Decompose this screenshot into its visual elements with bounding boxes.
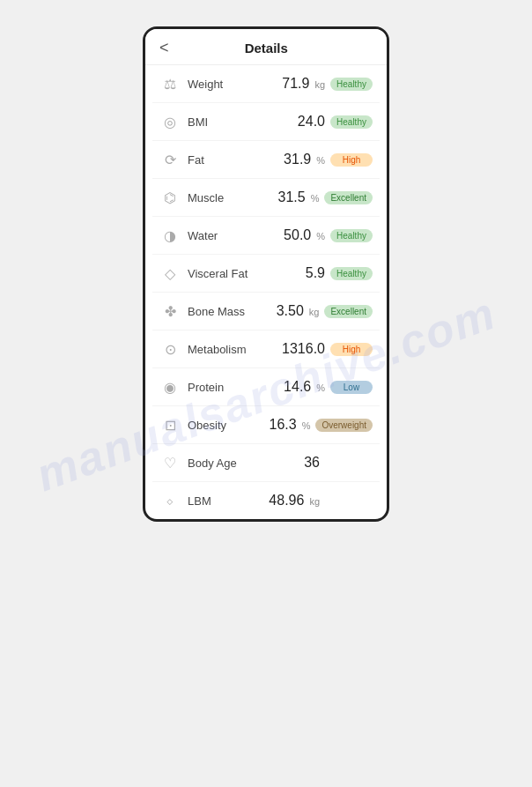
- metric-value-bmi: 24.0: [298, 114, 325, 130]
- page-title: Details: [176, 41, 357, 56]
- metric-badge-protein: Low: [330, 381, 373, 394]
- metric-name-bone-mass: Bone Mass: [188, 305, 277, 318]
- metric-value-row-visceral-fat: 5.9: [306, 265, 330, 281]
- metric-value-row-bmi: 24.0: [298, 114, 330, 130]
- metric-name-bmi: BMI: [188, 115, 298, 129]
- metric-badge-fat: High: [330, 153, 373, 167]
- page-header: < Details: [145, 29, 387, 65]
- metric-row-metabolism[interactable]: Metabolism1316.0High: [152, 330, 380, 368]
- weight-icon: [159, 73, 181, 94]
- lbm-icon: [159, 490, 181, 511]
- metric-row-water[interactable]: Water50.0%Healthy: [152, 217, 380, 255]
- metric-badge-water: Healthy: [330, 229, 373, 242]
- metric-value-fat: 31.9: [284, 152, 311, 167]
- metrics-list: Weight71.9kgHealthyBMI24.0HealthyFat31.9…: [145, 65, 387, 519]
- metric-value-body-age: 36: [304, 455, 320, 471]
- metric-badge-obesity: Overweight: [315, 419, 373, 432]
- metric-unit-fat: %: [316, 155, 325, 166]
- bmi-icon: [159, 111, 181, 132]
- metric-value-muscle: 31.5: [278, 189, 306, 205]
- bodyage-icon: [159, 452, 181, 473]
- metric-row-body-age[interactable]: Body Age36: [152, 444, 380, 482]
- metric-unit-protein: %: [316, 382, 325, 393]
- metric-name-body-age: Body Age: [188, 457, 304, 470]
- metric-name-protein: Protein: [188, 381, 284, 394]
- metric-unit-weight: kg: [314, 79, 325, 90]
- metric-row-weight[interactable]: Weight71.9kgHealthy: [152, 65, 380, 103]
- metric-value-row-muscle: 31.5%: [278, 189, 325, 205]
- obesity-icon: [159, 414, 181, 435]
- metric-row-bone-mass[interactable]: Bone Mass3.50kgExcellent: [152, 293, 380, 330]
- metric-value-obesity: 16.3: [270, 417, 297, 433]
- metric-name-water: Water: [188, 229, 284, 242]
- metric-value-row-obesity: 16.3%: [270, 417, 316, 433]
- metric-unit-obesity: %: [302, 420, 311, 431]
- metric-name-muscle: Muscle: [188, 191, 278, 204]
- metric-value-metabolism: 1316.0: [282, 341, 325, 357]
- metric-value-row-lbm: 48.96kg: [269, 493, 325, 509]
- metric-unit-water: %: [316, 231, 325, 241]
- back-button[interactable]: <: [159, 40, 169, 56]
- metric-row-fat[interactable]: Fat31.9%High: [152, 141, 380, 179]
- bone-icon: [159, 301, 181, 322]
- metric-badge-metabolism: High: [330, 343, 373, 356]
- metric-value-row-metabolism: 1316.0: [282, 341, 330, 357]
- protein-icon: [159, 376, 181, 397]
- metric-unit-lbm: kg: [309, 496, 320, 507]
- metric-name-obesity: Obesity: [188, 419, 270, 432]
- metric-row-obesity[interactable]: Obesity16.3%Overweight: [152, 406, 380, 444]
- metric-value-row-body-age: 36: [304, 455, 325, 471]
- metric-value-row-protein: 14.6%: [284, 379, 330, 395]
- metric-name-visceral-fat: Visceral Fat: [188, 267, 306, 280]
- metric-badge-bmi: Healthy: [330, 115, 373, 129]
- phone-frame: < Details Weight71.9kgHealthyBMI24.0Heal…: [143, 26, 389, 522]
- visceral-icon: [159, 263, 181, 284]
- metric-row-bmi[interactable]: BMI24.0Healthy: [152, 103, 380, 141]
- water-icon: [159, 225, 181, 246]
- metric-value-row-water: 50.0%: [284, 227, 330, 243]
- metabolism-icon: [159, 338, 181, 360]
- metric-value-water: 50.0: [284, 227, 311, 243]
- metric-value-row-weight: 71.9kg: [282, 76, 330, 92]
- metric-value-visceral-fat: 5.9: [306, 265, 325, 281]
- metric-badge-muscle: Excellent: [324, 191, 373, 204]
- metric-value-lbm: 48.96: [269, 493, 304, 509]
- muscle-icon: [159, 187, 181, 208]
- metric-value-row-fat: 31.9%: [284, 152, 330, 167]
- metric-name-weight: Weight: [188, 78, 282, 91]
- metric-badge-visceral-fat: Healthy: [330, 267, 373, 280]
- metric-row-protein[interactable]: Protein14.6%Low: [152, 368, 380, 406]
- metric-value-protein: 14.6: [284, 379, 311, 395]
- metric-name-metabolism: Metabolism: [188, 343, 282, 356]
- metric-row-visceral-fat[interactable]: Visceral Fat5.9Healthy: [152, 255, 380, 293]
- metric-value-bone-mass: 3.50: [277, 303, 304, 319]
- metric-badge-bone-mass: Excellent: [324, 305, 373, 318]
- metric-name-lbm: LBM: [188, 494, 269, 508]
- metric-row-muscle[interactable]: Muscle31.5%Excellent: [152, 179, 380, 217]
- fat-icon: [159, 149, 181, 170]
- metric-name-fat: Fat: [188, 153, 284, 167]
- metric-row-lbm[interactable]: LBM48.96kg: [152, 482, 380, 519]
- metric-badge-weight: Healthy: [330, 78, 373, 91]
- metric-value-row-bone-mass: 3.50kg: [277, 303, 325, 319]
- metric-unit-bone-mass: kg: [309, 307, 320, 317]
- metric-value-weight: 71.9: [282, 76, 309, 92]
- metric-unit-muscle: %: [311, 193, 320, 204]
